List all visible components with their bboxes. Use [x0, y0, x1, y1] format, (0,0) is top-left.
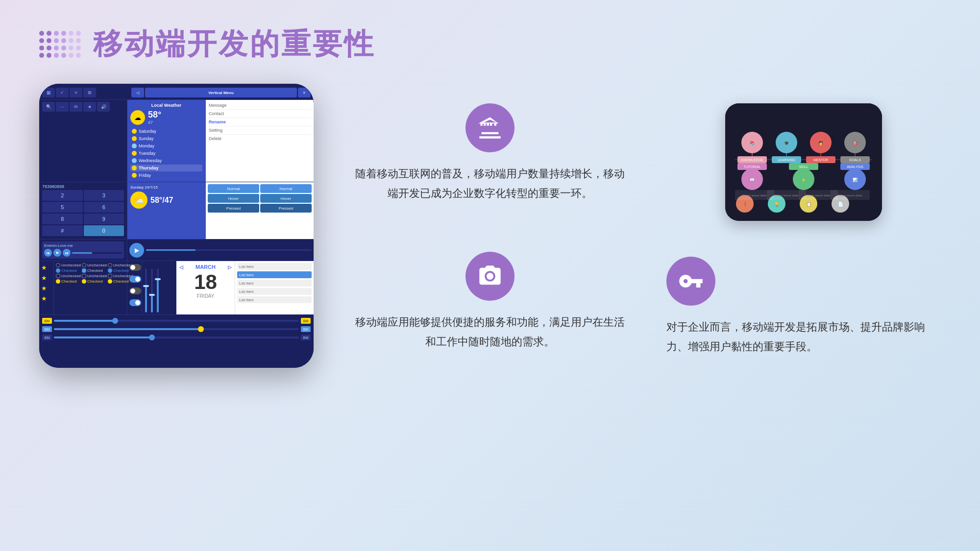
dot [69, 46, 74, 50]
dot [39, 38, 44, 43]
num-2: 2 [42, 190, 83, 201]
dot [61, 46, 66, 50]
dot [39, 46, 44, 50]
dot [61, 31, 66, 36]
svg-text:📖: 📖 [750, 177, 755, 182]
dot [61, 38, 66, 43]
dot [54, 31, 59, 36]
svg-text:TUTORIAL: TUTORIAL [744, 165, 761, 168]
menu-item-rename: Rename [209, 120, 311, 126]
feature-card-1: 随着移动互联网的普及，移动端用户数量持续增长，移动端开发已成为企业数字化转型的重… [353, 103, 627, 232]
dot [47, 46, 51, 50]
cal-month: MARCH [196, 264, 216, 270]
list-item-5: List item [237, 296, 312, 303]
svg-text:Lorem ipsum dolor: Lorem ipsum dolor [742, 194, 767, 197]
decorative-dots [39, 31, 81, 58]
btn-normal2: Normal [260, 184, 312, 193]
music-prev-btn[interactable]: ⏮ [44, 249, 52, 257]
knowledge-map-svg: 📚 KNOWLEDGE 🎓 LEARNING [725, 103, 882, 221]
star-3: ★ [41, 285, 51, 292]
feature-text-2: 移动端应用能够提供便捷的服务和功能，满足用户在生活和工作中随时随地的需求。 [353, 312, 627, 351]
svg-text:⚡: ⚡ [801, 177, 806, 182]
menu-item-setting: Setting [209, 128, 311, 135]
music-play-btn[interactable]: ▶ [53, 249, 61, 257]
list-item-3: List item [237, 280, 312, 287]
page-container: 移动端开发的重要性 ▦ ✓ ≡ ⊠ ◁ Vertical Menu [0, 0, 980, 551]
btn-pressed2: Pressed [260, 204, 312, 213]
list-item-2: List item [237, 271, 312, 278]
btn-hover2: Hover [260, 194, 312, 203]
dot [69, 38, 74, 43]
feature-card-2: 移动端应用能够提供便捷的服务和功能，满足用户在生活和工作中随时随地的需求。 [353, 252, 627, 368]
feature-icon-building [466, 103, 514, 152]
feature-text-3: 对于企业而言，移动端开发是拓展市场、提升品牌影响力、增强用户黏性的重要手段。 [666, 317, 941, 356]
header: 移动端开发的重要性 [39, 24, 941, 64]
btn-normal1: Normal [208, 184, 259, 193]
weather-day-saturday: Saturday [139, 129, 156, 134]
dot [39, 31, 44, 36]
dot [76, 31, 81, 36]
feature-text-1: 随着移动互联网的普及，移动端用户数量持续增长，移动端开发已成为企业数字化转型的重… [353, 164, 627, 203]
slider-label-6: BM [301, 335, 311, 340]
num-hash: # [42, 225, 83, 236]
dot [69, 31, 74, 36]
svg-text:Lorem ipsum dolor: Lorem ipsum dolor [774, 194, 799, 197]
menu-item-delete: Delete [209, 136, 311, 141]
dot [54, 46, 59, 50]
svg-text:📊: 📊 [853, 177, 858, 182]
mobile-ui-screenshot: ▦ ✓ ≡ ⊠ ◁ Vertical Menu ≡ [39, 84, 314, 368]
svg-text:🧑: 🧑 [818, 141, 823, 145]
weather-bottom-date: Sunday 24/7/15 [130, 185, 202, 190]
weather-temp-low: 47 [148, 120, 161, 125]
weather-day-monday: Monday [139, 144, 154, 148]
weather-temp: 58° [148, 110, 161, 120]
svg-text:SKILL: SKILL [799, 165, 808, 168]
star-2: ★ [41, 274, 51, 282]
svg-text:MENTOR: MENTOR [813, 158, 828, 162]
dot [61, 53, 66, 58]
music-next-btn[interactable]: ⏭ [63, 249, 71, 257]
svg-text:📋: 📋 [806, 201, 812, 207]
svg-text:🏆: 🏆 [774, 201, 780, 207]
dot [47, 38, 51, 43]
cal-next[interactable]: ▷ [228, 264, 232, 270]
dot [39, 53, 44, 58]
num-8: 8 [42, 214, 83, 224]
feature-card-3: 对于企业而言，移动端开发是拓展市场、提升品牌影响力、增强用户黏性的重要手段。 [666, 252, 941, 368]
weather-day-friday: Friday [139, 173, 151, 178]
svg-text:LEARNING: LEARNING [778, 158, 795, 162]
num-0: 0 [84, 225, 124, 236]
svg-text:KNOWLEDGE: KNOWLEDGE [741, 158, 763, 162]
video-play-icon: ▶ [129, 243, 144, 258]
svg-text:ANALYSIS: ANALYSIS [847, 165, 863, 168]
dot [69, 53, 74, 58]
list-item-4: List item [237, 288, 312, 295]
dot [47, 53, 51, 58]
num-6: 6 [84, 202, 124, 213]
svg-text:🎓: 🎓 [784, 141, 789, 145]
knowledge-map-container: 📚 KNOWLEDGE 🎓 LEARNING [666, 103, 941, 232]
weather-day-thursday: Thursday [139, 166, 159, 170]
svg-text:🎯: 🎯 [853, 141, 858, 145]
num-3: 3 [84, 190, 124, 201]
menu-item-message: Message [209, 103, 311, 110]
music-title: Enterin-Love.me [44, 243, 122, 248]
list-item-1: List item [237, 263, 312, 270]
dot [54, 53, 59, 58]
menu-item-contact: Contact [209, 111, 311, 118]
weather-header: Local Weather [130, 103, 202, 108]
dot [76, 53, 81, 58]
dot [76, 38, 81, 43]
num-9: 9 [84, 214, 124, 224]
star-1: ★ [41, 264, 51, 271]
svg-text:📚: 📚 [750, 141, 755, 145]
feature-icon-camera [466, 252, 514, 301]
cal-prev[interactable]: ◁ [179, 264, 183, 270]
star-4: ★ [41, 295, 51, 302]
svg-text:GOALS: GOALS [849, 158, 861, 162]
weather-day-sunday: Sunday [139, 136, 154, 141]
phone-number: 783980898 [42, 184, 124, 189]
weather-day-wednesday: Wednesday [139, 158, 162, 163]
svg-text:Lorem ipsum dolor: Lorem ipsum dolor [806, 194, 831, 197]
slider-label-1: BM [42, 318, 52, 324]
